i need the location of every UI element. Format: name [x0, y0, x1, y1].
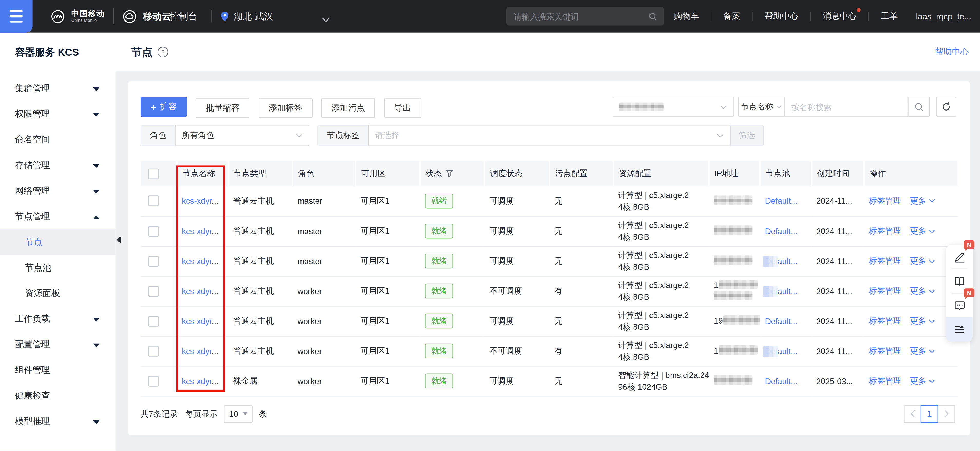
resource-spec-cell: 计算型 | c5.xlarge.24核 8GB — [613, 306, 709, 336]
global-search-input[interactable] — [512, 11, 648, 22]
truncation-ellipsis: ... — [212, 256, 218, 266]
more-actions-link[interactable]: 更多 — [910, 285, 935, 297]
hamburger-menu-button[interactable] — [0, 0, 33, 33]
node-name-link[interactable]: kcs-xdyr... — [182, 196, 219, 206]
tag-manage-link[interactable]: 标签管理 — [869, 286, 902, 295]
global-search[interactable] — [506, 7, 664, 25]
region-selector[interactable]: 湖北-武汉 — [220, 0, 273, 33]
next-page-button[interactable] — [938, 405, 955, 422]
more-actions-link[interactable]: 更多 — [910, 195, 935, 206]
node-pool-link[interactable]: Default... — [765, 196, 797, 206]
nav-help-center-link[interactable]: 帮助中心 — [765, 11, 799, 22]
row-checkbox[interactable] — [148, 346, 159, 356]
scale-out-button[interactable]: +扩容 — [141, 97, 187, 117]
row-checkbox-cell — [141, 186, 177, 216]
nav-console-link[interactable]: 控制台 — [170, 0, 197, 33]
node-name-link[interactable]: kcs-xdyr... — [182, 256, 219, 266]
search-submit-button[interactable] — [908, 97, 930, 117]
node-pool-cell: Default... — [760, 366, 811, 396]
sidebar-item-node-management[interactable]: 节点管理 — [0, 203, 116, 229]
tag-manage-link[interactable]: 标签管理 — [869, 196, 902, 205]
node-type-cell: 普通云主机 — [228, 216, 293, 246]
node-pool-link[interactable]: Default... — [765, 376, 797, 386]
filter-funnel-icon[interactable] — [446, 170, 453, 178]
more-actions-link[interactable]: 更多 — [910, 345, 935, 357]
tag-manage-link[interactable]: 标签管理 — [869, 226, 902, 236]
node-tag-filter-select[interactable]: 请选择 — [368, 125, 731, 146]
sidebar-item-config-management[interactable]: 配置管理 — [0, 332, 116, 357]
row-checkbox[interactable] — [148, 256, 159, 266]
sidebar-item-model-inference[interactable]: 模型推理 — [0, 408, 116, 434]
help-question-icon[interactable]: ? — [158, 47, 168, 57]
node-search-field[interactable] — [785, 97, 908, 117]
account-menu[interactable]: laas_rqcp_te... — [916, 11, 971, 21]
sidebar-item-namespace[interactable]: 命名空间 — [0, 127, 116, 152]
more-actions-link[interactable]: 更多 — [910, 256, 935, 267]
node-search-input[interactable] — [785, 102, 907, 111]
chevron-down-icon[interactable] — [322, 14, 330, 25]
tag-manage-link[interactable]: 标签管理 — [869, 256, 902, 266]
brand-divider — [113, 8, 114, 24]
more-actions-link[interactable]: 更多 — [910, 375, 935, 387]
current-page-button[interactable]: 1 — [921, 405, 938, 422]
chevron-down-icon — [929, 289, 935, 293]
prev-page-button[interactable] — [904, 405, 921, 422]
sidebar-subitem-node[interactable]: 节点 — [0, 229, 116, 255]
row-checkbox[interactable] — [148, 195, 159, 206]
cluster-select[interactable] — [612, 97, 734, 117]
search-icon[interactable] — [648, 11, 658, 21]
row-checkbox[interactable] — [148, 316, 159, 326]
sidebar-item-health-check[interactable]: 健康检查 — [0, 383, 116, 408]
more-actions-link[interactable]: 更多 — [910, 226, 935, 237]
truncation-ellipsis: ... — [212, 226, 218, 236]
row-checkbox[interactable] — [148, 226, 159, 237]
nav-cart-link[interactable]: 购物车 — [674, 11, 699, 22]
china-mobile-logo-icon — [50, 8, 66, 24]
page-help-center-link[interactable]: 帮助中心 — [935, 46, 969, 57]
col-status: 状态 — [420, 161, 484, 186]
sidebar-item-workload[interactable]: 工作负载 — [0, 306, 116, 332]
node-name-link[interactable]: kcs-xdyr... — [182, 346, 219, 356]
node-name-link[interactable]: kcs-xdyr... — [182, 316, 219, 326]
node-name-link[interactable]: kcs-xdyr... — [182, 226, 219, 236]
node-name-link[interactable]: kcs-xdyr... — [182, 286, 219, 296]
sidebar-subitem-resource-panel[interactable]: 资源面板 — [0, 281, 116, 306]
add-label-button[interactable]: 添加标签 — [259, 98, 312, 118]
node-pool-link[interactable]: Default... — [765, 226, 797, 236]
filter-apply-button[interactable]: 筛选 — [730, 125, 764, 146]
node-pool-link[interactable]: Default... — [765, 316, 797, 326]
nav-ticket-link[interactable]: 工单 — [881, 11, 898, 22]
role-filter-select[interactable]: 所有角色 — [175, 125, 309, 146]
node-name-link[interactable]: kcs-xdyr... — [182, 376, 219, 386]
row-checkbox-cell — [141, 366, 177, 396]
sidebar-item-network-management[interactable]: 网络管理 — [0, 178, 116, 203]
add-taint-button[interactable]: 添加污点 — [321, 98, 375, 118]
sidebar-item-component-management[interactable]: 组件管理 — [0, 357, 116, 383]
refresh-icon — [941, 102, 951, 112]
tag-manage-link[interactable]: 标签管理 — [869, 316, 902, 326]
row-checkbox[interactable] — [148, 376, 159, 386]
status-cell: 就绪 — [420, 306, 484, 336]
row-checkbox[interactable] — [148, 286, 159, 296]
sched-status-cell: 不可调度 — [484, 276, 549, 306]
sidebar-item-permission-management[interactable]: 权限管理 — [0, 101, 116, 127]
refresh-button[interactable] — [936, 97, 956, 117]
sidebar-collapse-handle[interactable] — [116, 236, 121, 244]
collapse-toolbar-button[interactable] — [947, 317, 972, 341]
sidebar-item-cluster-management[interactable]: 集群管理 — [0, 76, 116, 101]
batch-scale-in-button[interactable]: 批量缩容 — [196, 98, 250, 118]
node-pool-link[interactable]: Default... — [765, 286, 797, 296]
page-size-select[interactable]: 10 — [224, 405, 253, 422]
select-all-checkbox[interactable] — [148, 168, 159, 179]
sidebar-subitem-node-pool[interactable]: 节点池 — [0, 255, 116, 281]
tag-manage-link[interactable]: 标签管理 — [869, 376, 902, 385]
more-actions-link[interactable]: 更多 — [910, 315, 935, 327]
sidebar-item-storage-management[interactable]: 存储管理 — [0, 152, 116, 178]
export-button[interactable]: 导出 — [384, 98, 421, 118]
search-type-select[interactable]: 节点名称 — [738, 97, 785, 117]
tag-manage-link[interactable]: 标签管理 — [869, 346, 902, 356]
node-pool-link[interactable]: Default... — [765, 346, 797, 356]
node-pool-link[interactable]: Default... — [765, 256, 797, 266]
nav-filing-link[interactable]: 备案 — [723, 11, 740, 22]
nav-message-center-link[interactable]: 消息中心 — [823, 11, 857, 22]
